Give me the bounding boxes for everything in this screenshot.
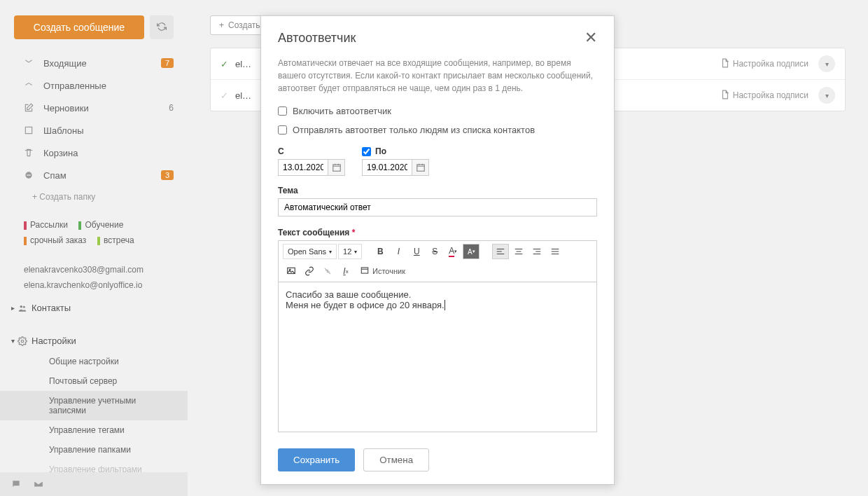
text-cursor <box>444 300 445 310</box>
save-button[interactable]: Сохранить <box>278 448 355 471</box>
folder-trash[interactable]: Корзина <box>0 142 188 164</box>
contacts-icon <box>18 303 27 313</box>
account-item[interactable]: elena.kravchenko@onlyoffice.io <box>24 277 174 293</box>
link-button[interactable] <box>301 263 318 279</box>
svg-point-4 <box>23 305 25 308</box>
compose-button[interactable]: Создать сообщение <box>14 15 144 39</box>
source-icon <box>360 266 370 277</box>
image-button[interactable] <box>283 263 300 279</box>
only-contacts-checkbox[interactable] <box>278 125 287 135</box>
settings-item-folders[interactable]: Управление папками <box>0 440 188 460</box>
tag-item[interactable]: срочный заказ <box>24 233 86 248</box>
folder-label: Спам <box>43 170 161 181</box>
source-button[interactable]: Источник <box>360 266 405 277</box>
folder-drafts[interactable]: Черновики 6 <box>0 97 188 119</box>
template-icon <box>24 125 36 135</box>
folder-label: Черновики <box>43 103 169 113</box>
message-line: Спасибо за ваше сообщение. <box>286 289 589 300</box>
refresh-icon <box>157 22 167 34</box>
contacts-section[interactable]: ▸ Контакты <box>0 297 188 319</box>
from-label: С <box>278 146 345 156</box>
unlink-button[interactable] <box>319 263 336 279</box>
subject-input[interactable] <box>278 198 597 216</box>
tag-color-icon <box>24 237 27 245</box>
tag-item[interactable]: встреча <box>97 233 134 248</box>
clear-format-button[interactable]: Ix <box>337 263 354 279</box>
folder-inbox[interactable]: Входящие 7 <box>0 52 188 74</box>
folder-templates[interactable]: Шаблоны <box>0 119 188 142</box>
draft-icon <box>24 103 36 113</box>
svg-rect-2 <box>27 174 31 175</box>
settings-item-general[interactable]: Общие настройки <box>0 352 188 371</box>
tag-color-icon <box>97 237 100 245</box>
bottom-bar <box>0 472 188 496</box>
folder-sent[interactable]: Отправленные <box>0 74 188 97</box>
signature-label: Настройка подписи <box>733 90 808 100</box>
svg-rect-10 <box>361 268 368 273</box>
spam-icon <box>24 170 36 180</box>
calendar-icon[interactable] <box>328 160 344 175</box>
refresh-button[interactable] <box>150 15 174 39</box>
folder-label: Шаблоны <box>43 125 174 136</box>
underline-button[interactable]: U <box>408 244 425 259</box>
settings-item-accounts[interactable]: Управление учетными записями <box>0 391 188 420</box>
signature-label: Настройка подписи <box>733 59 808 69</box>
to-date-input[interactable] <box>363 160 412 175</box>
align-right-button[interactable] <box>528 244 545 259</box>
bold-button[interactable]: B <box>372 244 388 259</box>
enable-checkbox[interactable] <box>278 106 287 116</box>
align-left-button[interactable] <box>492 244 509 259</box>
textcolor-button[interactable]: A▾ <box>444 244 461 259</box>
tag-color-icon <box>24 221 27 230</box>
gear-icon <box>18 336 27 346</box>
folder-spam[interactable]: Спам 3 <box>0 164 188 186</box>
account-item[interactable]: elenakravcenko308@gmail.com <box>24 262 174 277</box>
mail-status-icon[interactable] <box>34 479 43 489</box>
source-label: Источник <box>372 267 405 275</box>
svg-point-5 <box>21 340 24 343</box>
to-enable-checkbox[interactable] <box>362 147 371 156</box>
align-justify-button[interactable] <box>547 244 564 259</box>
bgcolor-button[interactable]: A▾ <box>463 244 479 259</box>
close-button[interactable]: ✕ <box>584 29 597 47</box>
signature-link[interactable]: Настройка подписи <box>720 58 808 70</box>
modal-title: Автоответчик <box>278 31 584 46</box>
from-date-input[interactable] <box>279 160 328 175</box>
settings-submenu: Общие настройки Почтовый сервер Управлен… <box>0 352 188 479</box>
signature-link[interactable]: Настройка подписи <box>720 90 808 102</box>
italic-button[interactable]: I <box>390 244 407 259</box>
tag-label: Обучение <box>85 220 123 230</box>
subject-label: Тема <box>278 186 597 195</box>
fontsize-select[interactable]: 12 ▾ <box>338 244 362 259</box>
chat-icon[interactable] <box>11 479 21 489</box>
tags-list: Рассылки Обучение срочный заказ встреча <box>0 207 188 258</box>
chevron-down-icon: ▾ <box>825 60 829 68</box>
tag-item[interactable]: Обучение <box>78 217 123 233</box>
row-menu-button[interactable]: ▾ <box>818 55 835 72</box>
chevron-right-icon: ▸ <box>11 304 15 312</box>
font-select[interactable]: Open Sans ▾ <box>283 244 337 259</box>
tag-color-icon <box>78 221 81 230</box>
tag-label: срочный заказ <box>30 235 86 245</box>
svg-rect-7 <box>416 165 424 171</box>
settings-section[interactable]: ▾ Настройки <box>0 330 188 352</box>
chevron-down-icon: ▾ <box>354 249 357 255</box>
sidebar: Создать сообщение Входящие 7 Отправленны… <box>0 0 188 496</box>
row-menu-button[interactable]: ▾ <box>818 87 835 104</box>
strike-button[interactable]: S <box>426 244 443 259</box>
calendar-icon[interactable] <box>412 160 428 175</box>
folder-badge: 3 <box>161 170 174 180</box>
only-contacts-label: Отправлять автоответ только людям из спи… <box>293 125 535 135</box>
align-center-button[interactable] <box>510 244 527 259</box>
sent-icon <box>24 81 36 90</box>
cancel-button[interactable]: Отмена <box>363 448 429 471</box>
autoresponder-modal: Автоответчик ✕ Автоматически отвечает на… <box>260 15 615 485</box>
folder-label: Корзина <box>43 148 174 158</box>
editor-body[interactable]: Спасибо за ваше сообщение. Меня не будет… <box>278 282 597 432</box>
create-folder-button[interactable]: + Создать папку <box>0 186 188 207</box>
settings-item-tags[interactable]: Управление тегами <box>0 420 188 440</box>
tag-item[interactable]: Рассылки <box>24 217 68 233</box>
settings-item-mailserver[interactable]: Почтовый сервер <box>0 371 188 391</box>
check-icon: ✓ <box>220 59 228 69</box>
modal-description: Автоматически отвечает на все входящие с… <box>278 57 597 95</box>
